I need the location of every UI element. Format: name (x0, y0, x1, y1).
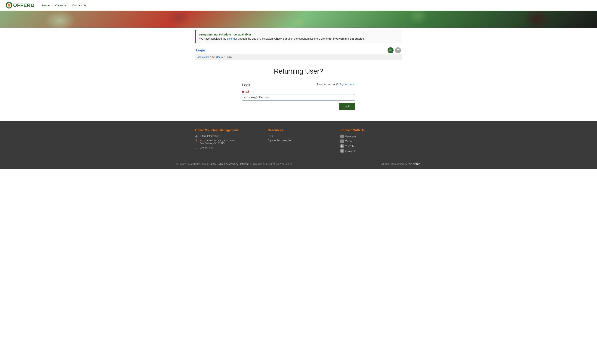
nav-links: Home Calendar Contact Us (42, 4, 86, 7)
sign-up-link[interactable]: Sign up here. (339, 83, 355, 86)
youtube-label: YouTube (345, 145, 355, 147)
instagram-icon: ◎ (340, 149, 344, 153)
footer-phone: 970.377.0077 (200, 146, 215, 149)
footer-instagram-link[interactable]: ◎ Instagram (340, 149, 402, 153)
login-section: Login Need an account? Sign up here. Ema… (242, 83, 355, 110)
accessibility-link[interactable]: Accessibility Statement (226, 163, 249, 165)
nav-calendar[interactable]: Calendar (55, 4, 67, 7)
footer-bottom-right: Volunteer Management by OFFERO (381, 163, 421, 166)
pin-icon: 📍 (195, 139, 198, 142)
alert-banner: Programming Schedule now available! We h… (195, 30, 402, 43)
breadcrumb: offero.com / 🏠 Offero / Login (195, 54, 402, 60)
footer-col-resources: Resources Help Squarei Technologies (268, 129, 329, 154)
phone-icon: 📞 (195, 147, 198, 149)
footer-col-social: Connect With Us f Facebook t Twitter ▶ Y… (340, 129, 402, 154)
footer-col-offero: Offero Volunteer Management 🔗 Offero Inf… (195, 129, 257, 154)
logo-icon (6, 2, 12, 9)
breadcrumb-current: Login (226, 55, 232, 58)
privacy-policy-link[interactable]: Privacy Policy (209, 163, 223, 165)
footer-squarei-link[interactable]: Squarei Technologies (268, 139, 329, 142)
returning-user-title: Returning User? (197, 67, 400, 75)
logo-text: OFFERO (13, 2, 35, 8)
footer-youtube-link[interactable]: ▶ YouTube (340, 144, 402, 148)
footer-grid: Offero Volunteer Management 🔗 Offero Inf… (195, 129, 402, 154)
youtube-icon: ▶ (340, 144, 344, 148)
login-form-header: Login Need an account? Sign up here. (242, 83, 355, 87)
twitter-label: Twitter (345, 140, 353, 143)
footer-phone-item: 📞 970.377.0077 (195, 146, 257, 149)
footer-address1: 1315 Oakridge Drive, Suite 100 (200, 139, 234, 142)
page-header: Login 👁 ? (195, 46, 402, 54)
footer-title-social: Connect With Us (340, 129, 402, 132)
footer-offero-logo: OFFERO (408, 163, 421, 166)
footer-help-link[interactable]: Help (268, 135, 329, 137)
footer-address-item: 📍 1315 Oakridge Drive, Suite 100 Fort Co… (195, 139, 257, 145)
nav-contact[interactable]: Contact Us (72, 4, 86, 7)
version-icon: 🏷 (252, 163, 255, 165)
accessibility-icon[interactable]: 👁 (388, 47, 393, 53)
facebook-icon: f (340, 135, 344, 138)
footer-twitter-link[interactable]: t Twitter (340, 139, 402, 143)
copyright: © Squarei Technologies 2025 (176, 163, 206, 165)
login-form-title: Login (242, 83, 251, 87)
login-page-title[interactable]: Login (196, 48, 205, 52)
facebook-label: Facebook (345, 135, 356, 138)
footer-address2: Fort Collins, CO 80525 (200, 142, 234, 145)
breadcrumb-offero-icon: 🏠 (212, 55, 215, 58)
alert-calendar-link[interactable]: calendar (227, 37, 237, 40)
instagram-label: Instagram (345, 150, 356, 152)
footer-info-item: 🔗 Offero Information (195, 135, 257, 138)
email-input[interactable] (242, 94, 355, 101)
breadcrumb-offero[interactable]: Offero (216, 55, 223, 58)
top-nav: OFFERO Home Calendar Contact Us (0, 0, 597, 11)
breadcrumb-sep1: / (210, 55, 211, 58)
need-account-text: Need an account? Sign up here. (317, 83, 355, 86)
version-text: version 14.0.0-2024-MidYear-Epic.24 (255, 163, 292, 165)
footer-offero-info: Offero Information (200, 135, 220, 137)
login-btn-row: Login (242, 103, 355, 110)
alert-title: Programming Schedule now available! (199, 33, 398, 36)
login-button[interactable]: Login (339, 103, 355, 110)
twitter-icon: t (340, 139, 344, 143)
breadcrumb-home[interactable]: offero.com (197, 55, 209, 58)
footer-bottom: © Squarei Technologies 2025 | Privacy Po… (176, 160, 421, 166)
managed-by-text: Volunteer Management by (381, 163, 407, 165)
logo-area[interactable]: OFFERO (6, 2, 35, 9)
help-icon[interactable]: ? (395, 47, 401, 53)
footer: Offero Volunteer Management 🔗 Offero Inf… (0, 121, 597, 169)
alert-body: We have populated the calendar through t… (199, 37, 398, 40)
footer-title-resources: Resources (268, 129, 329, 132)
footer-bottom-left: © Squarei Technologies 2025 | Privacy Po… (176, 163, 292, 165)
breadcrumb-sep2: / (224, 55, 225, 58)
header-icons: 👁 ? (388, 47, 401, 53)
main-content: Returning User? Login Need an account? S… (195, 64, 402, 121)
footer-facebook-link[interactable]: f Facebook (340, 135, 402, 138)
info-icon: 🔗 (195, 135, 198, 138)
footer-title-offero: Offero Volunteer Management (195, 129, 257, 132)
hero-banner (0, 11, 597, 28)
nav-home[interactable]: Home (42, 4, 50, 7)
email-label: Email:* (242, 90, 355, 93)
